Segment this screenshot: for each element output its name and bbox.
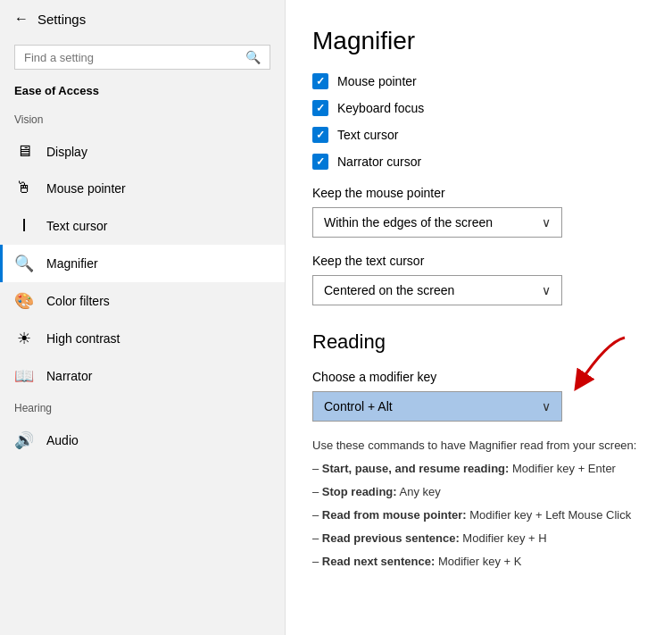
checkbox-text-cursor-label: Text cursor xyxy=(337,128,398,142)
mouse-pointer-dropdown-label: Keep the mouse pointer xyxy=(312,186,645,200)
checkbox-narrator-cursor-check[interactable] xyxy=(312,154,328,170)
checkbox-keyboard-focus[interactable]: Keyboard focus xyxy=(312,100,645,116)
sidebar-item-label: Display xyxy=(46,145,87,159)
sidebar-item-label: Color filters xyxy=(46,294,110,308)
checkbox-keyboard-focus-check[interactable] xyxy=(312,100,328,116)
text-cursor-icon: I xyxy=(14,215,34,236)
instruction-3: – Read from mouse pointer: Modifier key … xyxy=(312,505,645,525)
checkbox-text-cursor-check[interactable] xyxy=(312,127,328,143)
page-title: Magnifier xyxy=(312,27,645,55)
color-filters-icon: 🎨 xyxy=(14,291,34,311)
sidebar-item-label: High contrast xyxy=(46,331,120,346)
sidebar-item-display[interactable]: 🖥 Display xyxy=(0,133,285,170)
instructions-block: Use these commands to have Magnifier rea… xyxy=(312,436,645,572)
hearing-section-label: Hearing xyxy=(0,395,285,422)
narrator-icon: 📖 xyxy=(14,366,34,386)
sidebar-item-label: Text cursor xyxy=(46,219,107,233)
sidebar-item-mouse-pointer[interactable]: 🖱 Mouse pointer xyxy=(0,170,285,206)
display-icon: 🖥 xyxy=(14,142,34,161)
instructions-intro: Use these commands to have Magnifier rea… xyxy=(312,436,645,455)
vision-section-label: Vision xyxy=(0,106,285,133)
sidebar-item-high-contrast[interactable]: ☀ High contrast xyxy=(0,320,285,357)
checkbox-narrator-cursor[interactable]: Narrator cursor xyxy=(312,154,645,170)
search-box[interactable]: 🔍 xyxy=(14,45,270,70)
modifier-key-value: Control + Alt xyxy=(324,399,393,414)
sidebar-item-audio[interactable]: 🔊 Audio xyxy=(0,422,285,459)
checkbox-mouse-pointer[interactable]: Mouse pointer xyxy=(312,73,645,89)
magnifier-icon: 🔍 xyxy=(14,254,34,273)
instruction-4: – Read previous sentence: Modifier key +… xyxy=(312,529,645,548)
checkbox-text-cursor[interactable]: Text cursor xyxy=(312,127,645,143)
sidebar: ← Settings 🔍 Ease of Access Vision 🖥 Dis… xyxy=(0,0,286,635)
text-cursor-dropdown-value: Centered on the screen xyxy=(324,283,454,297)
search-icon: 🔍 xyxy=(245,50,261,64)
red-arrow-indicator xyxy=(553,333,634,396)
sidebar-item-label: Audio xyxy=(46,433,79,447)
sidebar-item-magnifier[interactable]: 🔍 Magnifier xyxy=(0,245,285,282)
audio-icon: 🔊 xyxy=(14,430,34,450)
checkbox-mouse-pointer-check[interactable] xyxy=(312,73,328,89)
high-contrast-icon: ☀ xyxy=(14,329,34,348)
chevron-down-icon: ∨ xyxy=(542,283,551,297)
ease-of-access-label: Ease of Access xyxy=(0,84,285,106)
sidebar-item-narrator[interactable]: 📖 Narrator xyxy=(0,357,285,395)
back-icon[interactable]: ← xyxy=(14,11,29,27)
text-cursor-dropdown[interactable]: Centered on the screen ∨ xyxy=(312,275,562,305)
chevron-down-icon: ∨ xyxy=(542,215,551,230)
sidebar-title: Settings xyxy=(37,12,86,27)
chevron-down-icon: ∨ xyxy=(542,399,551,414)
sidebar-header: ← Settings xyxy=(0,0,285,38)
sidebar-item-text-cursor[interactable]: I Text cursor xyxy=(0,206,285,245)
checkbox-narrator-cursor-label: Narrator cursor xyxy=(337,155,421,169)
instruction-2: – Stop reading: Any key xyxy=(312,482,645,502)
checkbox-mouse-pointer-label: Mouse pointer xyxy=(337,74,417,88)
main-content: Magnifier Mouse pointer Keyboard focus T… xyxy=(286,0,672,635)
search-input[interactable] xyxy=(24,51,240,64)
text-cursor-dropdown-label: Keep the text cursor xyxy=(312,254,645,268)
modifier-dropdown-container: Control + Alt ∨ xyxy=(312,391,562,422)
sidebar-item-label: Magnifier xyxy=(46,256,98,271)
checkbox-keyboard-focus-label: Keyboard focus xyxy=(337,101,424,115)
instruction-1: – Start, pause, and resume reading: Modi… xyxy=(312,459,645,479)
mouse-pointer-icon: 🖱 xyxy=(14,179,34,197)
mouse-pointer-dropdown-value: Within the edges of the screen xyxy=(324,215,493,230)
sidebar-item-color-filters[interactable]: 🎨 Color filters xyxy=(0,282,285,320)
sidebar-item-label: Narrator xyxy=(46,369,92,383)
sidebar-item-label: Mouse pointer xyxy=(46,181,126,196)
mouse-pointer-dropdown[interactable]: Within the edges of the screen ∨ xyxy=(312,207,562,238)
instruction-5: – Read next sentence: Modifier key + K xyxy=(312,552,645,572)
modifier-key-dropdown[interactable]: Control + Alt ∨ xyxy=(312,391,562,422)
